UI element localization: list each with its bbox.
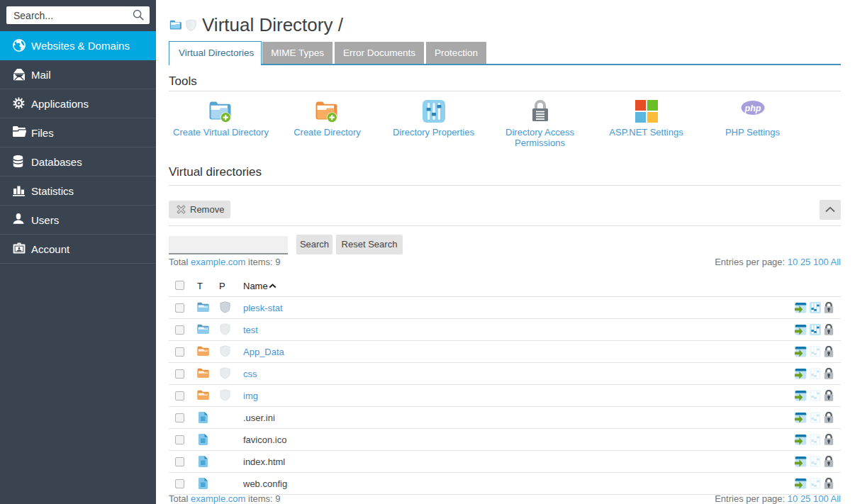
svg-text:php: php bbox=[744, 103, 761, 113]
